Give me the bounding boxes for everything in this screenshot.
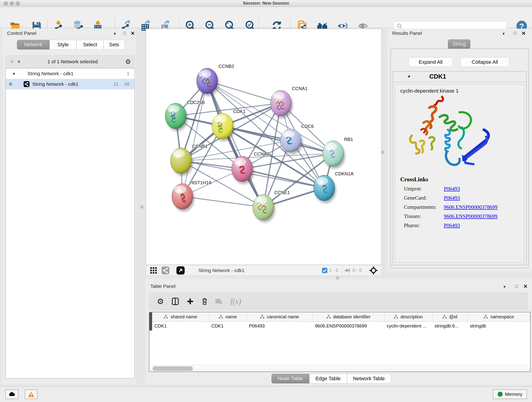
- network-node-RB1[interactable]: [323, 141, 345, 169]
- collection-expander-icon[interactable]: ▼: [12, 72, 16, 76]
- network-edge-CCNA2-CDKN1A[interactable]: [242, 169, 324, 188]
- crosslink-link[interactable]: P06493: [444, 223, 460, 229]
- memory-button[interactable]: Memory: [493, 389, 527, 399]
- float-panel-icon[interactable]: ▼: [502, 32, 505, 36]
- close-panel-icon[interactable]: ✕: [131, 31, 135, 36]
- network-graph: CCNB2CCNA1CDC25BCDK1CDC6RB1CCNB1CCNA2CDK…: [146, 29, 381, 265]
- gene-section-header[interactable]: ▼ CDK1: [393, 71, 526, 82]
- network-node-HIST1H1A[interactable]: [172, 184, 194, 211]
- network-edge-HIST1H1A-CCNE1[interactable]: [182, 196, 263, 207]
- network-overview-share-icon[interactable]: [162, 267, 169, 274]
- column-header-canonical-name[interactable]: canonical name: [247, 313, 313, 321]
- delete-table-icon[interactable]: [215, 298, 222, 304]
- crosslink-link[interactable]: P06493: [444, 186, 460, 192]
- node-label-HIST1H1A: HIST1H1A: [190, 180, 212, 185]
- birdseye-grid-icon[interactable]: [150, 267, 157, 274]
- network-options-gear-icon[interactable]: ⚙: [125, 58, 131, 65]
- search-input[interactable]: [403, 23, 501, 29]
- tab-select[interactable]: Select: [76, 40, 104, 50]
- maximize-panel-icon[interactable]: □: [123, 31, 126, 36]
- delete-column-trash-icon[interactable]: [201, 298, 208, 305]
- expand-all-networks-icon[interactable]: »: [15, 60, 22, 63]
- table-header-row: shared namenamecanonical namedatabase id…: [152, 313, 530, 322]
- tab-string[interactable]: String: [448, 39, 470, 49]
- table-tabs: Node Table Edge Table Network Table: [272, 374, 391, 383]
- table-cell[interactable]: CDK1: [152, 322, 209, 330]
- network-row[interactable]: String Network - cdk1 11 48: [6, 79, 134, 89]
- scrollbar-thumb[interactable]: [152, 366, 193, 371]
- crosslink-row: Pharos:P06493: [400, 223, 498, 229]
- tab-sets[interactable]: Sets: [104, 40, 125, 50]
- detach-view-icon[interactable]: [177, 266, 185, 274]
- close-panel-icon[interactable]: ✕: [523, 283, 527, 289]
- gene-section: ▼ CDK1 cyclin-dependent kinase 1: [393, 71, 526, 265]
- collection-count: 1: [127, 71, 129, 76]
- table-horizontal-scrollbar[interactable]: [149, 365, 531, 372]
- column-header-namespace[interactable]: namespace: [468, 313, 530, 321]
- network-node-CCNA2[interactable]: [232, 156, 254, 184]
- section-expander-icon[interactable]: ▼: [407, 75, 411, 79]
- add-column-icon[interactable]: [187, 298, 194, 305]
- right-splitter-handle[interactable]: [381, 151, 384, 154]
- cloud-status-button[interactable]: [5, 389, 18, 399]
- close-panel-icon[interactable]: ✕: [521, 31, 526, 36]
- show-columns-icon[interactable]: [172, 298, 179, 305]
- column-header-database-identifier[interactable]: database identifier: [313, 313, 385, 321]
- column-header-description[interactable]: description: [385, 313, 432, 321]
- pan-crosshair-icon[interactable]: [369, 266, 378, 275]
- tab-node-table[interactable]: Node Table: [272, 374, 309, 383]
- table-cell[interactable]: stringdb: [468, 322, 530, 330]
- maximize-panel-icon[interactable]: □: [514, 31, 516, 36]
- table-cell[interactable]: cyclin-dependent ...: [385, 322, 432, 330]
- network-node-CDKN1A[interactable]: [314, 175, 336, 203]
- expand-all-button[interactable]: Expand All: [409, 57, 453, 67]
- network-node-CDC25B[interactable]: [165, 103, 188, 131]
- tab-network-table[interactable]: Network Table: [347, 374, 391, 383]
- float-panel-icon[interactable]: ▼: [113, 32, 117, 36]
- tab-edge-table[interactable]: Edge Table: [309, 374, 347, 383]
- collapse-all-button[interactable]: Collapse All: [460, 57, 509, 67]
- results-card: Expand All Collapse All ▼ CDK1 cyclin-de…: [391, 49, 529, 268]
- selected-checkbox-icon[interactable]: [322, 268, 328, 274]
- network-name: String Network - cdk1: [32, 81, 78, 87]
- network-node-CCNE1[interactable]: [253, 194, 275, 222]
- collapse-all-networks-icon[interactable]: »: [9, 60, 16, 63]
- table-cell[interactable]: 9606.ENSP00000378699: [313, 322, 385, 330]
- network-edge-CCNB2-HIST1H1A[interactable]: [182, 81, 207, 196]
- crosslinks-section: CrossLinks Uniprot:P06493GeneCard:P06493…: [400, 176, 498, 229]
- float-panel-icon[interactable]: ▼: [503, 285, 506, 289]
- table-cell[interactable]: CDK1: [209, 322, 247, 330]
- network-node-CDK1[interactable]: [212, 113, 234, 141]
- network-node-CCNA1[interactable]: [270, 90, 293, 118]
- network-edge-CCNB2-CCNE1[interactable]: [207, 81, 263, 207]
- column-header-shared-name[interactable]: shared name: [152, 313, 209, 321]
- function-builder-icon[interactable]: f(x): [230, 297, 241, 306]
- results-panel: Results Panel ▼ □ ✕ String Expand All Co…: [387, 29, 532, 272]
- network-list-header: » » 1 of 1 Network selected ⚙: [6, 55, 135, 68]
- collection-name: String Network - cdk1: [27, 71, 74, 76]
- network-node-CCNB1[interactable]: [171, 148, 193, 176]
- table-cell[interactable]: P06493: [247, 322, 313, 330]
- network-node-CCNB2[interactable]: [196, 68, 219, 96]
- table-row[interactable]: CDK1CDK1P064939606.ENSP00000378699cyclin…: [152, 322, 530, 330]
- control-panel-tabs: Network Style Select Sets: [17, 40, 125, 50]
- node-label-CCNA1: CCNA1: [292, 86, 307, 91]
- crosslink-link[interactable]: 9606.ENSP00000378699: [444, 204, 498, 210]
- maximize-panel-icon[interactable]: □: [515, 283, 518, 289]
- bottom-splitter-handle[interactable]: [336, 276, 339, 280]
- crosslink-row: Uniprot:P06493: [400, 186, 498, 192]
- column-header-name[interactable]: name: [209, 313, 247, 321]
- left-splitter-handle[interactable]: [140, 205, 143, 209]
- column-type-icon: [164, 315, 168, 319]
- network-edge-CDK1-RB1[interactable]: [222, 126, 333, 153]
- crosslink-link[interactable]: P06493: [444, 195, 460, 201]
- table-options-gear-icon[interactable]: ⚙: [157, 297, 164, 306]
- network-view-canvas[interactable]: CCNB2CCNA1CDC25BCDK1CDC6RB1CCNB1CCNA2CDK…: [146, 29, 382, 265]
- table-cell[interactable]: stringdb:9...: [432, 322, 468, 330]
- network-collection-row[interactable]: ▼ String Network - cdk1 1: [6, 68, 134, 79]
- crosslink-link[interactable]: 9606.ENSP00000378699: [444, 213, 498, 219]
- tab-network[interactable]: Network: [17, 40, 50, 50]
- tab-style[interactable]: Style: [50, 40, 76, 50]
- warnings-button[interactable]: [25, 389, 37, 399]
- column-header--id[interactable]: @id: [432, 313, 468, 321]
